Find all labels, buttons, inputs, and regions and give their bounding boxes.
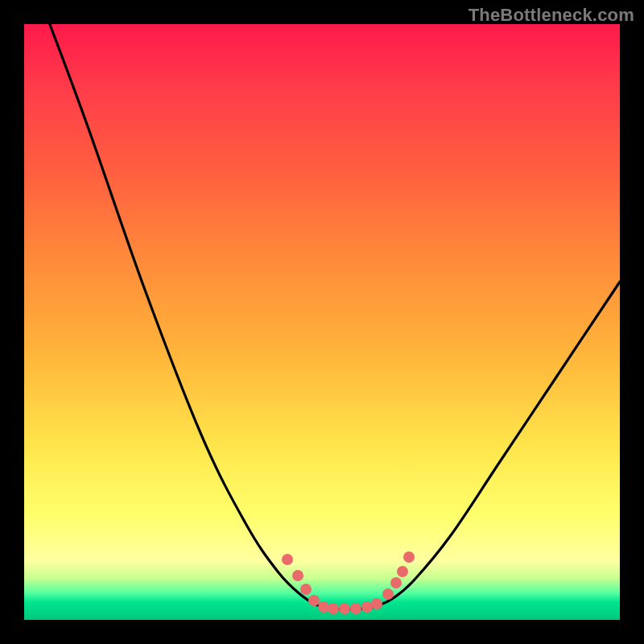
curve-marker — [361, 601, 373, 613]
curve-markers — [282, 551, 415, 614]
curve-marker — [382, 588, 394, 600]
bottleneck-chart-svg — [24, 24, 620, 620]
curve-marker — [282, 554, 293, 565]
curve-marker — [300, 584, 312, 595]
watermark-text: TheBottleneck.com — [469, 5, 634, 26]
curve-marker — [403, 551, 415, 563]
curve-marker — [371, 598, 382, 609]
curve-marker — [318, 601, 329, 613]
curve-marker — [390, 577, 402, 588]
bottleneck-curve — [48, 24, 620, 609]
curve-marker — [350, 603, 361, 614]
curve-marker — [339, 603, 350, 614]
curve-marker — [328, 603, 339, 614]
curve-marker — [292, 570, 303, 581]
chart-plot-area — [24, 24, 620, 620]
curve-marker — [397, 566, 408, 577]
curve-marker — [308, 595, 320, 606]
